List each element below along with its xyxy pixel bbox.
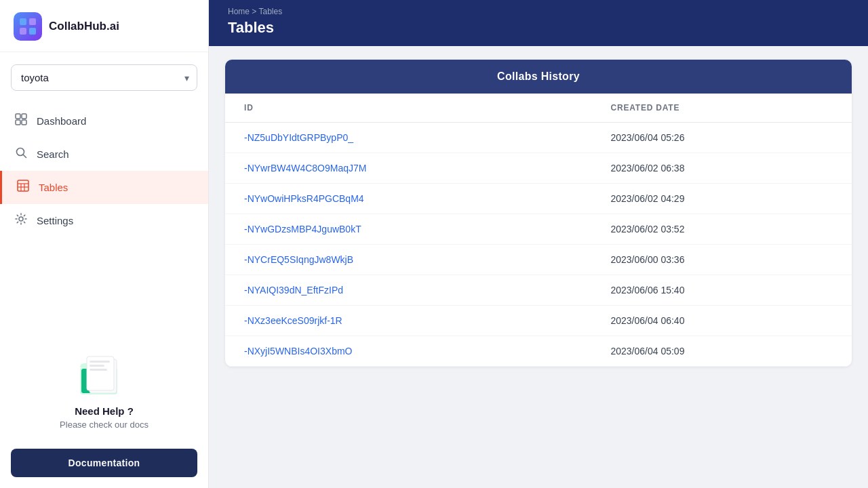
- sidebar-nav: Dashboard Search Tables: [0, 104, 208, 339]
- content-area: Collabs History ID CREATED DATE -NZ5uDbY…: [209, 46, 868, 488]
- cell-created-date: 2023/06/04 05:09: [583, 336, 852, 367]
- cell-id: -NYAIQI39dN_EftFzIPd: [225, 275, 583, 306]
- svg-rect-1: [29, 18, 36, 25]
- svg-rect-6: [16, 120, 20, 125]
- svg-point-15: [19, 217, 23, 221]
- cell-created-date: 2023/06/00 03:36: [583, 245, 852, 275]
- sidebar-item-settings[interactable]: Settings: [0, 204, 208, 237]
- search-icon: [14, 146, 28, 162]
- svg-line-9: [24, 155, 26, 158]
- table-row[interactable]: -NXz3eeKceS09rjkf-1R2023/06/04 06:40: [225, 306, 852, 336]
- table-header-row: ID CREATED DATE: [225, 94, 852, 123]
- main-content: Home > Tables Tables Collabs History ID …: [209, 0, 868, 488]
- tables-label: Tables: [39, 182, 68, 193]
- svg-rect-23: [90, 361, 110, 363]
- logo-icon: [14, 12, 42, 41]
- help-illustration: [74, 352, 135, 400]
- cell-id: -NZ5uDbYIdtGRPBypP0_: [225, 123, 583, 153]
- help-section: Need Help ? Please check our docs: [0, 339, 208, 443]
- cell-created-date: 2023/06/04 06:40: [583, 306, 852, 336]
- cell-created-date: 2023/06/06 15:40: [583, 275, 852, 306]
- svg-rect-3: [29, 28, 36, 35]
- dashboard-label: Dashboard: [37, 115, 86, 127]
- svg-point-8: [17, 148, 24, 156]
- table-row[interactable]: -NYwOwiHPksR4PGCBqM42023/06/02 04:29: [225, 184, 852, 214]
- page-title: Tables: [228, 19, 849, 37]
- cell-created-date: 2023/06/02 03:52: [583, 214, 852, 245]
- app-name: CollabHub.ai: [49, 20, 119, 33]
- svg-rect-24: [90, 365, 104, 367]
- cell-id: -NYCrEQ5SIqngJw8WkjB: [225, 245, 583, 275]
- page-header: Home > Tables Tables: [209, 0, 868, 46]
- svg-rect-2: [20, 28, 26, 35]
- collabs-table-container: Collabs History ID CREATED DATE -NZ5uDbY…: [225, 60, 852, 367]
- svg-rect-4: [16, 114, 20, 119]
- cell-id: -NYwGDzsMBP4JguwB0kT: [225, 214, 583, 245]
- table-row[interactable]: -NZ5uDbYIdtGRPBypP0_2023/06/04 05:26: [225, 123, 852, 153]
- cell-id: -NXyjI5WNBIs4OI3XbmO: [225, 336, 583, 367]
- table-row[interactable]: -NYwrBW4W4C8O9MaqJ7M2023/06/02 06:38: [225, 153, 852, 184]
- workspace-dropdown[interactable]: toyota honda bmw: [11, 64, 197, 91]
- help-subtitle: Please check our docs: [60, 420, 149, 430]
- cell-id: -NXz3eeKceS09rjkf-1R: [225, 306, 583, 336]
- svg-rect-5: [22, 114, 26, 119]
- cell-created-date: 2023/06/02 06:38: [583, 153, 852, 184]
- search-label: Search: [37, 148, 69, 160]
- svg-rect-0: [20, 18, 26, 25]
- settings-label: Settings: [37, 215, 73, 226]
- svg-rect-25: [90, 369, 107, 371]
- col-header-id: ID: [225, 94, 583, 123]
- sidebar-item-tables[interactable]: Tables: [0, 171, 208, 204]
- table-title: Collabs History: [497, 70, 580, 82]
- col-header-created: CREATED DATE: [583, 94, 852, 123]
- sidebar: CollabHub.ai toyota honda bmw ▾ Dashboar…: [0, 0, 209, 488]
- tables-icon: [16, 180, 31, 195]
- workspace-selector[interactable]: toyota honda bmw ▾: [11, 64, 197, 91]
- table-row[interactable]: -NYAIQI39dN_EftFzIPd2023/06/06 15:40: [225, 275, 852, 306]
- documentation-button[interactable]: Documentation: [11, 449, 197, 477]
- cell-id: -NYwrBW4W4C8O9MaqJ7M: [225, 153, 583, 184]
- svg-rect-10: [18, 180, 28, 191]
- cell-created-date: 2023/06/02 04:29: [583, 184, 852, 214]
- table-row[interactable]: -NYCrEQ5SIqngJw8WkjB2023/06/00 03:36: [225, 245, 852, 275]
- breadcrumb: Home > Tables: [228, 7, 849, 16]
- collabs-table: ID CREATED DATE -NZ5uDbYIdtGRPBypP0_2023…: [225, 94, 852, 367]
- dashboard-icon: [14, 113, 28, 129]
- settings-icon: [14, 213, 28, 228]
- cell-created-date: 2023/06/04 05:26: [583, 123, 852, 153]
- sidebar-item-search[interactable]: Search: [0, 138, 208, 171]
- help-title: Need Help ?: [75, 405, 134, 417]
- table-title-bar: Collabs History: [225, 60, 852, 94]
- logo-container: CollabHub.ai: [0, 0, 208, 52]
- svg-rect-7: [22, 120, 26, 125]
- table-row[interactable]: -NYwGDzsMBP4JguwB0kT2023/06/02 03:52: [225, 214, 852, 245]
- table-row[interactable]: -NXyjI5WNBIs4OI3XbmO2023/06/04 05:09: [225, 336, 852, 367]
- sidebar-item-dashboard[interactable]: Dashboard: [0, 104, 208, 138]
- cell-id: -NYwOwiHPksR4PGCBqM4: [225, 184, 583, 214]
